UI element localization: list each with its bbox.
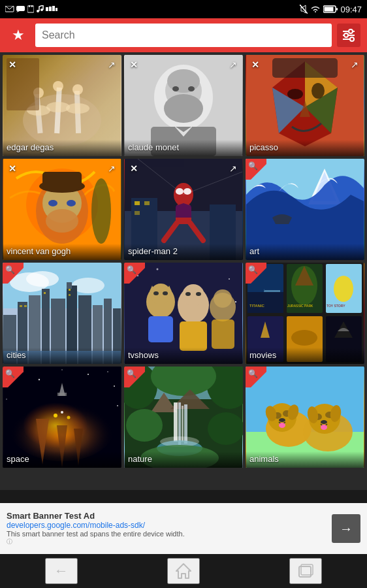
expand-icon-spider-man-2[interactable]: ↗ [226, 161, 240, 176]
svg-point-20 [349, 29, 353, 33]
svg-point-147 [39, 379, 40, 380]
svg-rect-119 [180, 321, 207, 351]
extra-icon [46, 6, 57, 12]
home-button[interactable] [167, 558, 200, 584]
grid-item-edgar-degas[interactable]: ✕↗edgar degas [3, 55, 121, 156]
svg-point-141 [291, 330, 317, 346]
grid-item-tvshows[interactable]: 🔍 tvshows [124, 263, 243, 364]
search-input[interactable] [42, 29, 325, 41]
filter-button[interactable] [337, 24, 360, 47]
grid-item-label-animals: animals [246, 451, 364, 468]
grid-item-movies[interactable]: TITANIC JURASSIC PARK TOY STORY [246, 263, 364, 364]
svg-point-21 [344, 33, 348, 37]
status-bar: 09:47 [0, 0, 367, 18]
svg-rect-124 [212, 319, 234, 349]
close-icon-picasso[interactable]: ✕ [248, 57, 263, 72]
music-icon [36, 5, 44, 13]
svg-rect-9 [49, 7, 52, 11]
recents-button[interactable] [289, 558, 322, 584]
svg-point-86 [26, 271, 59, 287]
expand-icon-claude-monet[interactable]: ↗ [226, 57, 240, 72]
svg-rect-68 [144, 201, 150, 205]
grid-item-space[interactable]: 🔍 space [3, 367, 121, 468]
home-icon [175, 563, 192, 580]
search-corner-tvshows: 🔍 [124, 263, 145, 284]
status-bar-right: 09:47 [300, 5, 362, 14]
grid-item-label-spider-man-2: spider-man 2 [124, 244, 243, 260]
spacer [0, 470, 367, 490]
svg-point-151 [114, 385, 115, 387]
svg-rect-3 [27, 6, 34, 12]
svg-point-115 [153, 291, 159, 295]
svg-rect-52 [272, 58, 338, 78]
svg-point-107 [157, 269, 159, 270]
expand-icon-vincent-van-gogh[interactable]: ↗ [104, 161, 119, 176]
grid-item-nature[interactable]: 🔍 nature [124, 367, 243, 468]
grid-item-claude-monet[interactable]: ✕↗claude monet [124, 55, 243, 156]
search-corner-icon-animals: 🔍 [248, 369, 258, 378]
svg-point-49 [287, 89, 303, 99]
close-icon-vincent-van-gogh[interactable]: ✕ [5, 161, 20, 176]
svg-point-72 [184, 188, 191, 195]
expand-icon-picasso[interactable]: ↗ [347, 57, 362, 72]
svg-rect-114 [148, 316, 173, 342]
search-corner-icon-movies: 🔍 [248, 265, 258, 274]
wifi-icon [310, 5, 321, 13]
svg-rect-67 [135, 201, 140, 205]
svg-point-109 [235, 301, 236, 302]
svg-rect-8 [46, 7, 48, 11]
search-corner-icon-cities: 🔍 [5, 265, 15, 274]
svg-point-159 [54, 414, 57, 417]
svg-point-195 [321, 420, 327, 424]
search-corner-animals: 🔍 [246, 367, 266, 387]
search-input-wrapper[interactable] [35, 24, 332, 47]
close-icon-claude-monet[interactable]: ✕ [127, 57, 141, 72]
svg-point-153 [117, 405, 118, 406]
svg-marker-2 [16, 11, 20, 12]
grid-item-picasso[interactable]: ✕↗picasso [246, 55, 364, 156]
banner-ad-info: ⓘ [7, 538, 327, 546]
grid-item-spider-man-2[interactable]: ✕↗spider-man 2 [124, 159, 243, 260]
svg-rect-103 [69, 294, 71, 296]
banner-ad-title: Smart Banner Test Ad [7, 511, 327, 521]
search-corner-icon-space: 🔍 [5, 369, 15, 378]
svg-point-149 [88, 374, 89, 375]
svg-point-121 [196, 292, 201, 296]
svg-point-30 [72, 84, 83, 95]
svg-rect-99 [20, 305, 22, 307]
grid-item-label-movies: movies [246, 348, 364, 364]
svg-rect-15 [325, 7, 334, 12]
close-icon-edgar-degas[interactable]: ✕ [5, 57, 20, 72]
recents-icon [298, 564, 313, 578]
banner-ad-content: Smart Banner Test Ad developers.google.c… [7, 511, 327, 546]
back-button[interactable]: ← [45, 558, 78, 584]
expand-icon-edgar-degas[interactable]: ↗ [104, 57, 119, 72]
banner-arrow-button[interactable]: → [332, 514, 360, 543]
star-icon: ★ [12, 27, 25, 44]
svg-text:TOY STORY: TOY STORY [327, 304, 345, 308]
svg-rect-11 [56, 8, 57, 11]
mail-icon [5, 6, 14, 12]
filter-icon [342, 28, 356, 42]
grid-item-cities[interactable]: 🔍 cities [3, 263, 121, 364]
grid-item-label-claude-monet: claude monet [124, 140, 243, 156]
svg-point-22 [350, 37, 354, 41]
svg-point-187 [279, 418, 285, 422]
grid-item-art[interactable]: 🔍 art [246, 159, 364, 260]
grid-item-label-art: art [246, 244, 364, 260]
svg-point-177 [126, 409, 163, 442]
svg-point-62 [91, 178, 111, 244]
grid-item-animals[interactable]: 🔍 animals [246, 367, 364, 468]
svg-point-116 [163, 291, 168, 295]
calendar-icon [27, 5, 34, 13]
grid-item-vincent-van-gogh[interactable]: ✕↗vincent van gogh [3, 159, 121, 260]
close-icon-spider-man-2[interactable]: ✕ [127, 161, 141, 176]
svg-rect-94 [67, 282, 72, 289]
svg-rect-1 [16, 6, 25, 11]
svg-rect-10 [52, 6, 55, 11]
star-button[interactable]: ★ [7, 24, 30, 47]
svg-rect-100 [24, 305, 27, 307]
banner-ad-link[interactable]: developers.google.com/mobile-ads-sdk/ [7, 521, 327, 530]
grid-item-label-nature: nature [124, 451, 243, 468]
grid-item-label-edgar-degas: edgar degas [3, 140, 121, 156]
